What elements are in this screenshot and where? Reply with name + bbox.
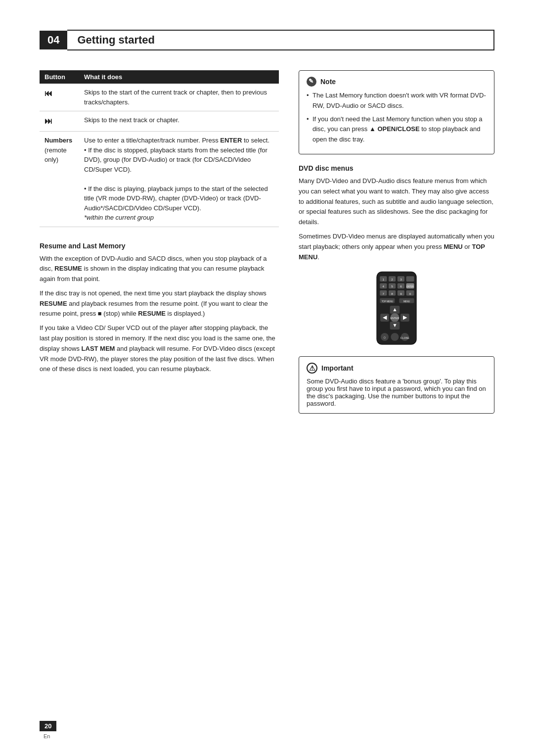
page: 04 Getting started Button What it does [0,0,534,756]
important-text: Some DVD-Audio discs feature a 'bonus gr… [307,378,487,407]
button-desc-next: Skips to the next track or chapter. [79,111,279,132]
dvd-menus-para-2: Sometimes DVD-Video menus are displayed … [299,232,494,262]
svg-text:2: 2 [391,278,393,282]
svg-text:8: 8 [391,292,393,295]
left-column: Button What it does ⏮ Skips to the start… [40,70,279,414]
dvd-menus-title: DVD disc menus [299,164,494,172]
button-table: Button What it does ⏮ Skips to the start… [40,70,279,227]
svg-text:7: 7 [383,292,385,295]
resume-para-1: With the exception of DVD-Audio and SACD… [40,254,279,284]
svg-text:5: 5 [391,285,393,288]
svg-text:ENTER: ENTER [390,317,399,320]
svg-text:▶: ▶ [403,315,407,321]
resume-section-body: With the exception of DVD-Audio and SACD… [40,254,279,375]
button-symbol-next: ⏭ [40,111,79,132]
svg-text:MENU: MENU [403,300,410,303]
button-symbol-prev: ⏮ [40,84,79,111]
table-row: ⏭ Skips to the next track or chapter. [40,111,279,132]
chapter-number: 04 [40,31,67,49]
svg-text:1: 1 [383,278,385,282]
resume-para-2: If the disc tray is not opened, the next… [40,288,279,319]
svg-rect-7 [406,277,414,282]
note-list: The Last Memory function doesn't work wi… [307,91,487,145]
button-desc-numbers: Use to enter a title/chapter/track numbe… [79,132,279,227]
dvd-menus-para-1: Many DVD-Video and DVD-Audio discs featu… [299,176,494,228]
svg-text:CLOSE: CLOSE [400,337,410,340]
chapter-header: 04 Getting started [40,30,494,50]
note-icon [307,77,316,87]
table-header-what: What it does [79,70,279,84]
svg-text:○: ○ [383,335,386,340]
two-col-layout: Button What it does ⏮ Skips to the start… [40,70,494,414]
note-item-2: If you don't need the Last Memory functi… [307,114,487,145]
svg-text:▼: ▼ [392,323,398,329]
svg-text:9: 9 [400,292,402,295]
svg-point-40 [391,333,399,341]
right-column: Note The Last Memory function doesn't wo… [299,70,494,414]
remote-container: 1 2 3 4 5 6 ENTER [299,270,494,349]
page-lang: En [44,733,50,739]
svg-text:6: 6 [400,285,402,288]
dvd-menus-body: Many DVD-Video and DVD-Audio discs featu… [299,176,494,262]
svg-text:TOP MENU: TOP MENU [382,300,393,303]
svg-text:▲: ▲ [392,307,398,313]
note-title: Note [307,77,487,87]
important-icon: ⚠ [307,363,317,374]
svg-text:ENTER: ENTER [406,286,414,288]
resume-section-title: Resume and Last Memory [40,242,279,250]
svg-text:0: 0 [409,292,411,295]
resume-para-3: If you take a Video CD/ Super VCD out of… [40,323,279,375]
important-title: ⚠ Important [307,363,487,374]
table-header-button: Button [40,70,79,84]
svg-text:3: 3 [400,278,402,282]
button-desc-prev: Skips to the start of the current track … [79,84,279,111]
note-item-1: The Last Memory function doesn't work wi… [307,91,487,111]
page-number: 20 [40,721,56,731]
important-box: ⚠ Important Some DVD-Audio discs feature… [299,356,494,414]
svg-text:4: 4 [383,285,385,288]
chapter-title: Getting started [67,30,494,50]
button-label-numbers: Numbers (remote only) [40,132,79,227]
table-row: ⏮ Skips to the start of the current trac… [40,84,279,111]
table-row: Numbers (remote only) Use to enter a tit… [40,132,279,227]
note-box: Note The Last Memory function doesn't wo… [299,70,494,154]
remote-svg: 1 2 3 4 5 6 ENTER [362,270,431,349]
svg-text:◀: ◀ [383,315,387,321]
